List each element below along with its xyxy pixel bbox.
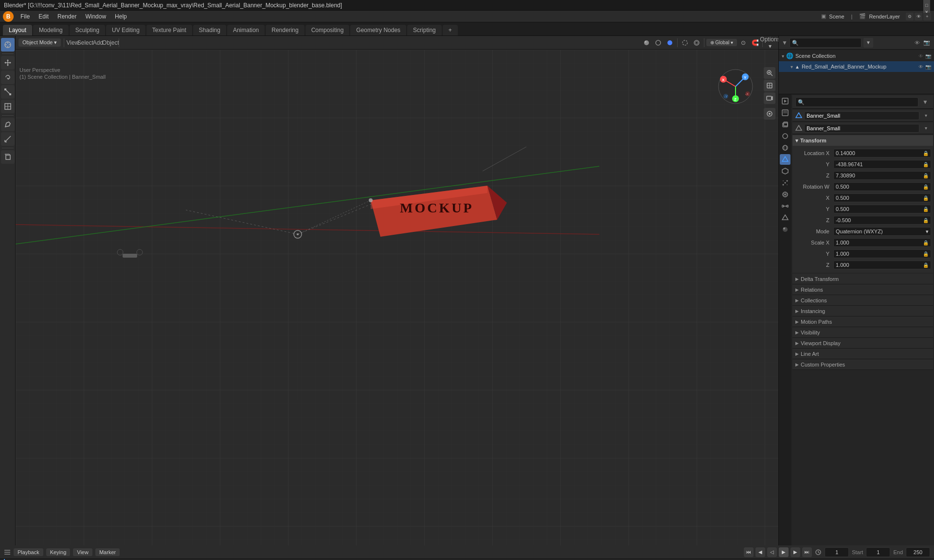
location-z-value[interactable]: 7.30890 🔒 [833, 171, 931, 180]
annotate-tool[interactable] [1, 118, 15, 131]
viewport-shading-rendered[interactable] [665, 37, 675, 48]
header-icon-2[interactable]: 👁 [915, 13, 922, 20]
jump-start-btn[interactable]: ⏮ [744, 547, 754, 557]
item-cam[interactable]: 📷 [925, 64, 931, 70]
location-x-value[interactable]: 0.14000 🔒 [833, 149, 931, 158]
3d-viewport[interactable]: Object Mode ▾ View Select Add Object [16, 36, 778, 545]
visibility-section[interactable]: ▶ Visibility [792, 327, 933, 338]
tab-compositing[interactable]: Compositing [305, 25, 350, 35]
navigation-gizmo[interactable]: Y X Z -Y -X [716, 67, 755, 106]
prop-icon-render[interactable] [780, 96, 790, 106]
outliner-eye-icon[interactable]: 👁 [913, 38, 921, 47]
transform-tool[interactable] [1, 100, 15, 113]
outliner-eye-1[interactable]: 👁 [918, 53, 923, 59]
step-fwd-btn[interactable]: ▶ [790, 547, 800, 557]
marker-btn[interactable]: Marker [95, 548, 120, 556]
tab-scripting[interactable]: Scripting [407, 25, 442, 35]
tab-uv-editing[interactable]: UV Editing [106, 25, 145, 35]
object-select-btn[interactable]: ▾ [921, 111, 930, 120]
menu-window[interactable]: Window [81, 12, 110, 21]
maximize-button[interactable]: □ [923, 2, 930, 9]
transform-space-global[interactable]: ⊕ Global ▾ [706, 39, 737, 46]
prop-icon-scene[interactable] [780, 131, 790, 141]
location-y-lock[interactable]: 🔒 [923, 162, 929, 167]
play-reverse-btn[interactable]: ◁ [767, 547, 777, 557]
tab-texture-paint[interactable]: Texture Paint [146, 25, 192, 35]
zoom-in-btn[interactable] [764, 67, 775, 79]
prop-icon-data[interactable] [780, 212, 790, 223]
rotation-z-lock[interactable]: 🔒 [923, 218, 929, 223]
menu-render[interactable]: Render [54, 12, 80, 21]
tab-add[interactable]: + [443, 25, 458, 35]
object-menu[interactable]: Object [105, 37, 116, 48]
prop-icon-view-layer[interactable] [780, 119, 790, 130]
measure-tool[interactable] [1, 132, 15, 146]
prop-icon-constraints[interactable] [780, 201, 790, 211]
options-btn[interactable]: Options ▾ [765, 37, 775, 48]
outliner-cam-1[interactable]: 📷 [925, 53, 931, 59]
step-back-btn[interactable]: ◀ [755, 547, 765, 557]
menu-edit[interactable]: Edit [35, 12, 53, 21]
data-name-field[interactable]: Banner_Small [804, 124, 919, 133]
header-icon-1[interactable]: ⚙ [906, 13, 914, 20]
outliner-item-banner[interactable]: ▾ ▲ Red_Small_Aerial_Banner_Mockup 👁 📷 [779, 61, 934, 72]
relations-section[interactable]: ▶ Relations [792, 284, 933, 295]
tab-modeling[interactable]: Modeling [33, 25, 69, 35]
rotation-y-value[interactable]: 0.500 🔒 [833, 205, 931, 213]
custom-properties-section[interactable]: ▶ Custom Properties [792, 359, 933, 370]
camera-view-btn[interactable] [764, 92, 775, 104]
viewport-shading-material[interactable] [653, 37, 664, 48]
collections-section[interactable]: ▶ Collections [792, 295, 933, 306]
scale-y-value[interactable]: 1.000 🔒 [833, 249, 931, 258]
hand-tool-btn[interactable] [764, 80, 775, 91]
scene-collection-row[interactable]: ▾ 🌐 Scene Collection 👁 📷 [779, 51, 934, 61]
prop-icon-particles[interactable] [780, 177, 790, 188]
rotation-z-value[interactable]: -0.500 🔒 [833, 216, 931, 225]
tab-rendering[interactable]: Rendering [266, 25, 304, 35]
end-frame-field[interactable]: 250 [906, 547, 930, 557]
prop-icon-physics[interactable] [780, 189, 790, 200]
scale-z-value[interactable]: 1.000 🔒 [833, 261, 931, 269]
start-frame-field[interactable]: 1 [866, 547, 890, 557]
location-x-lock[interactable]: 🔒 [923, 151, 929, 156]
location-y-value[interactable]: -438.96741 🔒 [833, 160, 931, 169]
keying-btn[interactable]: Keying [46, 548, 71, 556]
toggle-xray[interactable] [691, 37, 702, 48]
tab-layout[interactable]: Layout [3, 25, 32, 35]
move-tool[interactable] [1, 56, 15, 70]
play-pause-btn[interactable]: ▶ [779, 547, 789, 557]
scale-x-value[interactable]: 1.000 🔒 [833, 238, 931, 247]
motion-paths-section[interactable]: ▶ Motion Paths [792, 316, 933, 327]
item-eye[interactable]: 👁 [918, 64, 923, 70]
tab-shading[interactable]: Shading [193, 25, 226, 35]
cursor-tool[interactable] [1, 38, 15, 52]
outliner-camera-icon[interactable]: 📷 [922, 38, 931, 47]
select-menu[interactable]: Select [80, 37, 90, 48]
rotation-w-lock[interactable]: 🔒 [923, 184, 929, 190]
outliner-filter-btn[interactable]: ▼ [863, 38, 873, 48]
prop-icon-output[interactable] [780, 107, 790, 118]
current-frame-field[interactable]: 1 [825, 547, 849, 557]
viewport-display-section[interactable]: ▶ Viewport Display [792, 338, 933, 349]
delta-transform-section[interactable]: ▶ Delta Transform [792, 274, 933, 284]
tab-sculpting[interactable]: Sculpting [70, 25, 105, 35]
outliner-search-input[interactable] [790, 38, 862, 48]
proportional-edit[interactable]: ⊙ [738, 37, 749, 48]
location-z-lock[interactable]: 🔒 [923, 173, 929, 178]
header-icon-3[interactable]: + [923, 13, 931, 20]
view-menu[interactable]: View [67, 37, 78, 48]
rotation-y-lock[interactable]: 🔒 [923, 207, 929, 212]
prop-icon-modifier[interactable] [780, 166, 790, 176]
scale-y-lock[interactable]: 🔒 [923, 251, 929, 257]
tab-geometry-nodes[interactable]: Geometry Nodes [350, 25, 406, 35]
instancing-section[interactable]: ▶ Instancing [792, 306, 933, 316]
rotation-x-value[interactable]: 0.500 🔒 [833, 193, 931, 202]
prop-icon-object[interactable] [780, 154, 790, 165]
rotation-w-value[interactable]: 0.500 🔒 [833, 182, 931, 191]
view-btn[interactable]: View [73, 548, 92, 556]
menu-help[interactable]: Help [111, 12, 131, 21]
object-mode-dropdown[interactable]: Object Mode ▾ [18, 38, 61, 47]
playback-btn[interactable]: Playback [14, 548, 43, 556]
prop-icon-world[interactable] [780, 142, 790, 153]
local-view-btn[interactable] [764, 108, 775, 120]
